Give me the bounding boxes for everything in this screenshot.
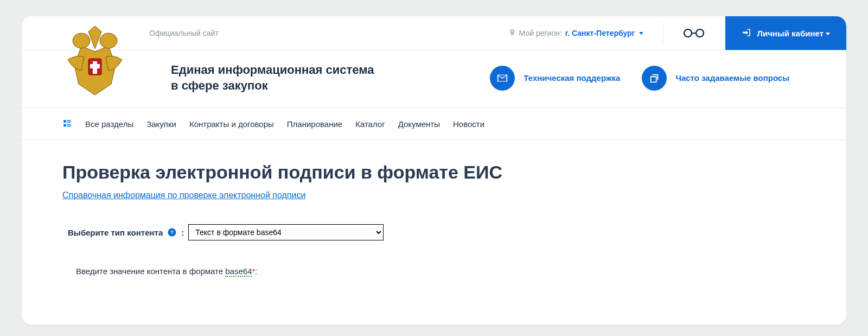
svg-point-1 <box>100 33 117 48</box>
svg-point-0 <box>73 33 90 48</box>
content-type-label: Выберите тип контента <box>68 228 163 237</box>
content-value-label: Введите значение контента в формате base… <box>62 267 806 276</box>
site-title: Единая информационная система в сфере за… <box>171 62 374 93</box>
nav-all-sections[interactable]: Все разделы <box>85 119 133 129</box>
svg-rect-9 <box>67 124 71 125</box>
state-emblem <box>62 22 149 100</box>
nav-item[interactable]: Новости <box>453 119 484 129</box>
svg-point-4 <box>696 29 704 37</box>
nav-item[interactable]: Планирование <box>287 119 342 129</box>
svg-rect-7 <box>67 122 71 123</box>
accessibility-glasses-icon[interactable] <box>683 28 705 38</box>
main-nav: Все разделы Закупки Контракты и договоры… <box>22 107 846 140</box>
grid-list-icon <box>62 119 72 129</box>
content-type-select[interactable]: Текст в формате base64 <box>188 224 384 240</box>
region-label: Мой регион: <box>519 29 562 37</box>
nav-item[interactable]: Контракты и договоры <box>189 119 274 129</box>
label-colon: : <box>181 228 184 237</box>
account-label: Личный кабинет <box>757 29 830 38</box>
svg-rect-8 <box>63 124 66 127</box>
region-selector[interactable]: Мой регион: г. Санкт-Петербург <box>508 29 644 38</box>
mail-icon <box>490 66 515 91</box>
login-icon <box>742 28 751 39</box>
svg-rect-6 <box>67 120 71 121</box>
help-info-icon[interactable]: ? <box>167 227 177 237</box>
map-pin-icon <box>508 29 516 38</box>
official-site-label: Официальный сайт <box>149 29 219 37</box>
account-button[interactable]: Личный кабинет <box>725 16 846 50</box>
svg-text:?: ? <box>170 229 174 235</box>
svg-rect-5 <box>63 120 66 123</box>
page-title: Проверка электронной подписи в формате Е… <box>62 162 806 183</box>
help-reference-link[interactable]: Справочная информация по проверке электр… <box>62 191 305 200</box>
nav-item[interactable]: Документы <box>398 119 440 129</box>
vertical-divider <box>663 22 663 44</box>
faq-link[interactable]: Часто задаваемые вопросы <box>642 66 789 91</box>
nav-item[interactable]: Закупки <box>146 119 176 129</box>
region-value: г. Санкт-Петербург <box>565 29 644 37</box>
svg-point-3 <box>684 29 692 37</box>
tech-support-link[interactable]: Техническая поддержка <box>490 66 620 91</box>
copy-icon <box>642 66 667 91</box>
nav-item[interactable]: Каталог <box>355 119 385 129</box>
svg-rect-10 <box>67 126 71 127</box>
